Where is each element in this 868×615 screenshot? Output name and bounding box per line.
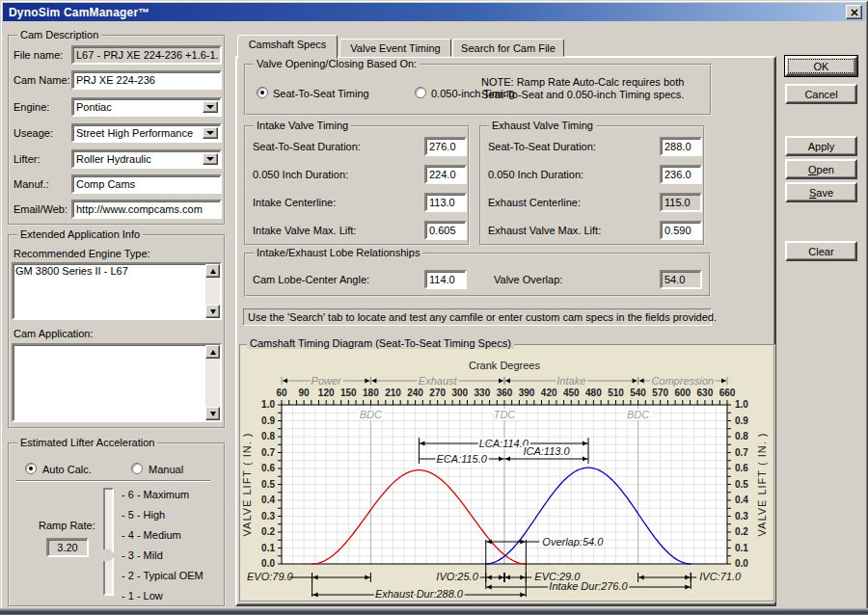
chart-y-tick-left: 0.1 — [261, 543, 275, 553]
chart-x-tick: 600 — [674, 388, 691, 398]
arrow-up-icon — [210, 266, 216, 274]
save-button[interactable]: Save — [785, 182, 857, 202]
manuf-label: Manuf.: — [14, 178, 49, 190]
manuf-field[interactable]: Comp Cams — [71, 174, 222, 194]
scroll-down-button[interactable] — [205, 407, 220, 420]
seat-to-seat-radio[interactable] — [257, 87, 268, 98]
engine-type-scrollbar[interactable] — [205, 264, 220, 318]
tab-search-for-cam-file[interactable]: Search for Cam File — [452, 39, 564, 57]
useage-select[interactable]: Street High Performance — [71, 123, 222, 143]
valve-overlap-field: 54.0 — [660, 270, 702, 289]
chart-y-tick-left: 0.2 — [261, 526, 275, 537]
chart-x-tick: 450 — [563, 388, 580, 398]
exhaust-centerline-field: 115.0 — [660, 193, 702, 212]
seat-to-seat-label: Seat-To-Seat Timing — [273, 88, 369, 99]
cam-description-legend: Cam Description — [17, 29, 101, 40]
intake-centerline-field[interactable]: 113.0 — [424, 193, 467, 212]
chart-y-tick-right: 1.0 — [735, 399, 748, 410]
exhaust-max-lift-label: Exhaust Valve Max. Lift: — [488, 225, 601, 236]
exhaust-max-lift-field[interactable]: 0.590 — [660, 221, 702, 240]
scroll-up-button[interactable] — [205, 345, 220, 359]
ramp-rate-note: NOTE: Ramp Rate Auto-Calc requires both … — [481, 76, 707, 101]
ramp-rate-slider-track[interactable] — [103, 488, 114, 596]
chart-x-tick: 210 — [385, 388, 401, 398]
window-title: DynoSim CamManager™ — [9, 6, 150, 19]
chart-ylabel-right: VALVE LIFT ( IN. ) — [756, 433, 768, 537]
manual-radio[interactable] — [131, 463, 143, 474]
intake-050-duration-field[interactable]: 224.0 — [424, 165, 467, 184]
chart-x-tick: 300 — [451, 388, 468, 398]
engine-dropdown-button[interactable] — [203, 101, 218, 113]
file-name-field: L67 - PRJ XE 224-236 +1.6-1. — [71, 45, 222, 65]
apply-button[interactable]: Apply — [785, 136, 857, 156]
exhaust-050-duration-label: 0.050 Inch Duration: — [488, 169, 583, 180]
chart-annotation-evo: EVO:79.0 — [247, 571, 294, 582]
file-name-label: File name: — [14, 49, 63, 61]
auto-calc-label: Auto Calc. — [42, 464, 92, 475]
inch-timing-radio[interactable] — [415, 87, 426, 98]
clear-button[interactable]: Clear — [785, 241, 857, 261]
scroll-down-button[interactable] — [205, 305, 220, 318]
chart-x-tick: 420 — [541, 388, 557, 398]
ok-button[interactable]: OK — [785, 56, 857, 76]
chart-annotation-eca: ECA:115.0 — [437, 453, 488, 465]
chart-x-tick: 360 — [497, 388, 513, 398]
chevron-down-icon — [206, 131, 214, 139]
exhaust-050-duration-field[interactable]: 236.0 — [660, 165, 702, 184]
useage-dropdown-button[interactable] — [203, 127, 218, 139]
ramp-rate-value: 3.20 — [46, 538, 89, 557]
chart-x-tick: 60 — [276, 388, 287, 398]
chart-y-tick-right: 0.3 — [735, 511, 748, 521]
chart-deadcenter-label: BDC — [627, 409, 649, 420]
exhaust-sts-duration-field[interactable]: 288.0 — [660, 137, 702, 156]
cam-name-field[interactable]: PRJ XE 224-236 — [71, 70, 222, 90]
arrow-down-icon — [210, 412, 216, 419]
intake-max-lift-field[interactable]: 0.605 — [424, 221, 467, 240]
close-button[interactable] — [846, 5, 862, 19]
chart-y-tick-left: 0.4 — [261, 495, 275, 505]
intake-sts-duration-label: Seat-To-Seat Duration: — [253, 141, 361, 152]
scroll-up-button[interactable] — [205, 264, 220, 278]
lifter-dropdown-button[interactable] — [203, 153, 218, 165]
chart-annotation-exhaust-dur: Exhaust Dur:288.0 — [375, 588, 464, 600]
engine-select[interactable]: Pontiac — [71, 97, 222, 117]
lobe-center-angle-field[interactable]: 114.0 — [424, 270, 467, 289]
lobe-relationships-legend: Intake/Exhaust Lobe Relationships — [254, 247, 422, 258]
cam-application-label: Cam Application: — [14, 328, 94, 339]
window-bottom-edge — [0, 608, 868, 615]
chart-phase-label: Intake — [556, 375, 585, 387]
tab-camshaft-specs[interactable]: Camshaft Specs — [237, 35, 338, 59]
intake-timing-legend: Intake Valve Timing — [254, 120, 351, 131]
intake-sts-duration-field[interactable]: 276.0 — [424, 137, 467, 156]
cam-application-textarea[interactable] — [12, 343, 222, 422]
slider-level-6: - 6 - Maximum — [122, 489, 189, 500]
email-web-field[interactable]: http://www.compcams.com — [71, 200, 222, 219]
chart-y-tick-left: 0.6 — [261, 463, 275, 473]
engine-type-label: Recommended Engine Type: — [14, 248, 150, 259]
auto-calc-radio[interactable] — [25, 463, 37, 474]
engine-label: Engine: — [14, 101, 49, 113]
chart-x-tick: 180 — [363, 388, 379, 398]
timing-diagram-group: Camshaft Timing Diagram (Seat-To-Seat Ti… — [239, 344, 775, 602]
useage-value: Street High Performance — [76, 127, 193, 139]
tab-valve-event-timing[interactable]: Valve Event Timing — [339, 39, 451, 57]
intake-050-duration-label: 0.050 Inch Duration: — [253, 169, 348, 180]
lifter-label: Lifter: — [14, 153, 41, 165]
chevron-down-icon — [206, 157, 214, 165]
slider-level-4: - 4 - Medium — [122, 529, 181, 541]
chart-y-tick-left: 0.8 — [261, 431, 275, 441]
arrow-down-icon — [210, 309, 216, 317]
cancel-button[interactable]: Cancel — [785, 84, 857, 104]
chart-y-tick-right: 0.1 — [735, 543, 748, 553]
chart-phase-label: Power — [312, 375, 343, 387]
cam-application-scrollbar[interactable] — [205, 345, 220, 420]
chart-y-tick-left: 0.0 — [261, 558, 275, 569]
open-button[interactable]: Open — [785, 159, 857, 179]
engine-type-textarea[interactable]: GM 3800 Series II - L67 — [12, 262, 222, 320]
chart-y-tick-left: 1.0 — [261, 399, 275, 410]
chart-y-tick-left: 0.5 — [261, 479, 275, 490]
slider-level-1: - 1 - Low — [122, 590, 163, 602]
chart-phase-label: Exhaust — [419, 375, 458, 387]
extended-info-legend: Extended Application Info — [17, 228, 143, 240]
lifter-select[interactable]: Roller Hydraulic — [71, 149, 222, 169]
